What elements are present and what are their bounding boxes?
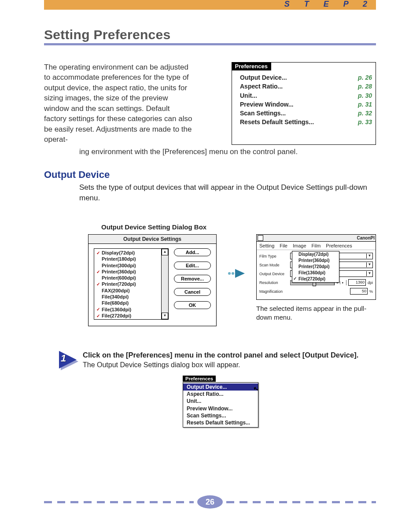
- preferences-index-box: Preferences Output Device...p. 26Aspect …: [232, 62, 376, 145]
- device-list-item[interactable]: ✓File(1360dpi): [96, 306, 159, 313]
- magnification-unit: %: [369, 289, 373, 294]
- pref-menu-item[interactable]: Preview Window...: [183, 405, 258, 412]
- dropdown-option[interactable]: File(1360dpi): [292, 270, 339, 276]
- close-icon[interactable]: [258, 235, 263, 241]
- footer-dashes: [44, 501, 194, 503]
- device-list-item[interactable]: Printer(300dpi): [96, 262, 159, 269]
- preferences-menu-popup: Preferences Output Device...↖Aspect Rati…: [183, 382, 258, 428]
- arrow-icon: [228, 269, 245, 278]
- intro-paragraph-cont: ing environment with the [Preferences] m…: [79, 147, 376, 157]
- dropdown-option[interactable]: Display(72dpi): [292, 251, 339, 258]
- pref-menu-item[interactable]: Unit...: [183, 398, 258, 405]
- dropdown-option[interactable]: Printer(720dpi): [292, 264, 339, 270]
- dialog-title: Output Device Settings: [88, 235, 216, 244]
- chevron-down-icon: ▼: [366, 262, 372, 267]
- pref-menu-item[interactable]: Scan Settings...: [183, 412, 258, 419]
- dialog-caption: Output Device Setting Dialog Box: [101, 223, 420, 231]
- step-number: 1: [61, 353, 66, 364]
- dropdown-option[interactable]: File(2720dpi): [292, 276, 339, 282]
- resolution-unit: dpi: [368, 280, 373, 285]
- pref-index-item[interactable]: Scan Settings...p. 32: [240, 109, 372, 118]
- title-rule: [44, 43, 376, 45]
- pref-menu-item[interactable]: Resets Default Settings...: [183, 419, 258, 426]
- device-list-item[interactable]: ✓File(2720dpi): [96, 313, 159, 319]
- device-list-item[interactable]: File(340dpi): [96, 294, 159, 300]
- scroll-down-icon[interactable]: ▼: [162, 313, 168, 319]
- add-button[interactable]: Add...: [174, 248, 211, 256]
- output-device-settings-dialog: Output Device Settings ✓Display(72dpi)Pr…: [88, 234, 217, 326]
- dropdown-option[interactable]: Printer(360dpi): [292, 258, 339, 264]
- output-device-dropdown-popup[interactable]: Display(72dpi)Printer(360dpi)Printer(720…: [292, 251, 339, 283]
- intro-paragraph: The operating environment can be adjuste…: [44, 62, 194, 145]
- menu-item[interactable]: Preferences: [326, 243, 352, 248]
- device-list-item[interactable]: ✓Printer(360dpi): [96, 269, 159, 275]
- film-type-label: Film Type: [259, 254, 288, 258]
- scroll-up-icon[interactable]: ▲: [162, 249, 168, 255]
- pref-index-item[interactable]: Unit...p. 30: [240, 91, 372, 100]
- pref-menu-item[interactable]: Aspect Ratio...: [183, 391, 258, 398]
- menu-item[interactable]: File: [280, 243, 287, 248]
- device-list-item[interactable]: Printer(600dpi): [96, 275, 159, 281]
- panel-caption: The selected items appear in the pull-do…: [256, 304, 375, 322]
- scrollbar[interactable]: ▲ ▼: [161, 249, 168, 319]
- step-label: S T E P 2: [284, 0, 373, 9]
- step-instruction: Click on the [Preferences] menu in the c…: [83, 351, 358, 359]
- menu-item[interactable]: Film: [312, 243, 321, 248]
- device-list-item[interactable]: File(680dpi): [96, 300, 159, 306]
- chevron-down-icon: ▼: [366, 254, 372, 258]
- footer: 26: [44, 495, 376, 509]
- output-device-para: Sets the type of output devices that wil…: [79, 182, 376, 203]
- magnification-value[interactable]: 50: [350, 288, 368, 295]
- menu-item[interactable]: Image: [293, 243, 306, 248]
- pref-index-item[interactable]: Preview Window...p. 31: [240, 100, 372, 109]
- pref-index-item[interactable]: Resets Default Settings...p. 33: [240, 118, 372, 126]
- preferences-index-tab: Preferences: [232, 62, 271, 70]
- cancel-button[interactable]: Cancel: [174, 288, 211, 296]
- edit-button[interactable]: Edit...: [174, 262, 211, 269]
- device-list-item[interactable]: ✓Printer(720dpi): [96, 281, 159, 287]
- page-number: 26: [197, 495, 223, 509]
- control-panel-window: CanonPl SettingFileImageFilmPreferences …: [256, 234, 376, 300]
- remove-button[interactable]: Remove...: [174, 275, 211, 283]
- device-listbox[interactable]: ✓Display(72dpi)Printer(180dpi)Printer(30…: [94, 248, 169, 320]
- step-subtext: The Output Device Settings dialog box wi…: [83, 361, 358, 369]
- pref-index-item[interactable]: Aspect Ratio...p. 28: [240, 82, 372, 91]
- device-list-item[interactable]: FAX(200dpi): [96, 288, 159, 294]
- resolution-value[interactable]: 1360: [348, 279, 366, 286]
- pref-index-item[interactable]: Output Device...p. 26: [240, 73, 372, 82]
- preferences-menu-tab: Preferences: [183, 376, 216, 382]
- menu-item[interactable]: Setting: [259, 243, 274, 248]
- device-list-item[interactable]: Printer(180dpi): [96, 256, 159, 262]
- pref-menu-item[interactable]: Output Device...↖: [183, 384, 258, 391]
- chevron-down-icon: ▼: [366, 271, 372, 276]
- footer-dashes: [226, 501, 376, 503]
- device-list-item[interactable]: ✓Display(72dpi): [96, 250, 159, 256]
- output-device-heading: Output Device: [44, 169, 376, 181]
- header-bar: S T E P 2: [0, 0, 420, 10]
- step-arrow-icon: 1: [59, 351, 77, 369]
- resolution-label: Resolution: [259, 280, 288, 285]
- scan-mode-label: Scan Mode: [259, 263, 288, 267]
- page-title: Setting Preferences: [44, 27, 376, 42]
- output-device-label: Output Device: [259, 272, 288, 276]
- app-name: CanonPl: [357, 236, 375, 240]
- ok-button[interactable]: OK: [174, 301, 211, 309]
- magnification-label: Magnification: [259, 289, 288, 294]
